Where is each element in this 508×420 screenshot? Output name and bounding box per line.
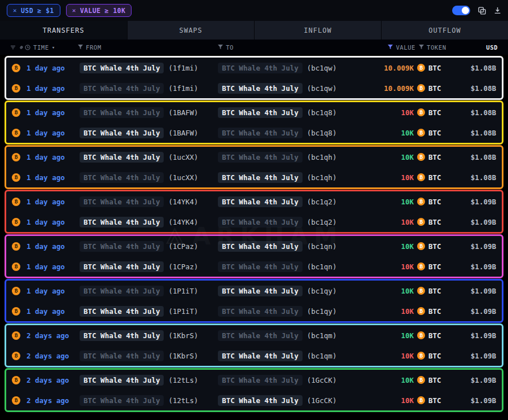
- transfer-row[interactable]: ₿1 day agoBTC Whale 4th July(1f1mi)BTC W…: [6, 58, 502, 78]
- header-from[interactable]: FROM: [78, 44, 214, 51]
- token-cell[interactable]: ₿BTC: [417, 352, 457, 360]
- funnel-icon[interactable]: [78, 45, 83, 50]
- transfer-row[interactable]: ₿1 day agoBTC Whale 4th July(1BAFW)BTC W…: [6, 123, 502, 143]
- token-cell[interactable]: ₿BTC: [417, 173, 457, 182]
- transfer-row[interactable]: ₿1 day agoBTC Whale 4th July(1P1iT)BTC W…: [6, 281, 502, 301]
- to-address[interactable]: (bc1qm): [307, 331, 337, 340]
- from-entity-badge[interactable]: BTC Whale 4th July: [80, 217, 164, 228]
- token-cell[interactable]: ₿BTC: [417, 84, 457, 93]
- from-entity-badge[interactable]: BTC Whale 4th July: [80, 351, 164, 361]
- to-entity-badge[interactable]: BTC Whale 4th July: [218, 107, 302, 118]
- token-cell[interactable]: ₿BTC: [417, 153, 457, 161]
- token-cell[interactable]: ₿BTC: [417, 331, 457, 340]
- from-address[interactable]: (1f1mi): [168, 64, 198, 72]
- transfer-row[interactable]: ₿1 day agoBTC Whale 4th July(1ucXX)BTC W…: [6, 147, 502, 167]
- toggle-switch[interactable]: [452, 6, 470, 15]
- transfer-row[interactable]: ₿2 days agoBTC Whale 4th July(1KbrS)BTC …: [6, 325, 502, 345]
- transfer-row[interactable]: ₿1 day agoBTC Whale 4th July(1BAFW)BTC W…: [6, 102, 502, 123]
- tab-inflow[interactable]: INFLOW: [254, 21, 381, 40]
- funnel-icon[interactable]: [419, 45, 424, 50]
- from-address[interactable]: (12tLs): [168, 376, 198, 384]
- token-cell[interactable]: ₿BTC: [417, 108, 457, 117]
- transfer-row[interactable]: ₿2 days agoBTC Whale 4th July(12tLs)BTC …: [6, 390, 502, 410]
- to-entity-badge[interactable]: BTC Whale 4th July: [218, 196, 302, 207]
- tab-transfers[interactable]: TRANSFERS: [0, 21, 127, 40]
- transfer-row[interactable]: ₿1 day agoBTC Whale 4th July(1f1mi)BTC W…: [6, 78, 502, 98]
- from-address[interactable]: (1BAFW): [168, 108, 198, 117]
- to-address[interactable]: (bc1qn): [307, 242, 337, 251]
- header-value[interactable]: VALUE: [371, 44, 415, 51]
- from-address[interactable]: (1KbrS): [168, 331, 198, 340]
- transfer-row[interactable]: ₿2 days agoBTC Whale 4th July(1KbrS)BTC …: [6, 345, 502, 366]
- from-entity-badge[interactable]: BTC Whale 4th July: [80, 63, 164, 73]
- to-entity-badge[interactable]: BTC Whale 4th July: [218, 261, 302, 272]
- from-entity-badge[interactable]: BTC Whale 4th July: [80, 395, 164, 406]
- token-cell[interactable]: ₿BTC: [417, 376, 457, 384]
- transfer-row[interactable]: ₿1 day agoBTC Whale 4th July(14YK4)BTC W…: [6, 191, 502, 212]
- to-address[interactable]: (bc1qh): [307, 173, 337, 182]
- filter-chip-value[interactable]: ✕ VALUE ≥ 10K: [66, 4, 132, 17]
- from-entity-badge[interactable]: BTC Whale 4th July: [80, 261, 164, 272]
- remove-filter-icon[interactable]: ✕: [72, 7, 76, 14]
- transfer-row[interactable]: ₿1 day agoBTC Whale 4th July(1CPaz)BTC W…: [6, 236, 502, 256]
- to-entity-badge[interactable]: BTC Whale 4th July: [218, 63, 302, 73]
- from-address[interactable]: (14YK4): [168, 198, 198, 206]
- token-cell[interactable]: ₿BTC: [417, 242, 457, 251]
- funnel-icon[interactable]: [218, 45, 223, 50]
- from-address[interactable]: (1ucXX): [168, 153, 198, 161]
- to-address[interactable]: (bc1qm): [307, 352, 337, 360]
- from-entity-badge[interactable]: BTC Whale 4th July: [80, 196, 164, 207]
- from-entity-badge[interactable]: BTC Whale 4th July: [80, 375, 164, 386]
- funnel-icon-active[interactable]: [388, 45, 393, 50]
- token-cell[interactable]: ₿BTC: [417, 262, 457, 271]
- to-entity-badge[interactable]: BTC Whale 4th July: [218, 152, 302, 163]
- to-address[interactable]: (bc1q8): [307, 129, 337, 137]
- token-cell[interactable]: ₿BTC: [417, 287, 457, 295]
- to-address[interactable]: (bc1q2): [307, 198, 337, 206]
- to-entity-badge[interactable]: BTC Whale 4th July: [218, 306, 302, 317]
- copy-icon[interactable]: [478, 7, 486, 15]
- to-entity-badge[interactable]: BTC Whale 4th July: [218, 128, 302, 138]
- to-entity-badge[interactable]: BTC Whale 4th July: [218, 172, 302, 183]
- from-entity-badge[interactable]: BTC Whale 4th July: [80, 172, 164, 183]
- to-address[interactable]: (bc1qw): [307, 84, 337, 93]
- from-address[interactable]: (12tLs): [168, 396, 198, 405]
- from-entity-badge[interactable]: BTC Whale 4th July: [80, 107, 164, 118]
- from-entity-badge[interactable]: BTC Whale 4th July: [80, 330, 164, 341]
- header-token[interactable]: TOKEN: [419, 44, 458, 51]
- filter-slider-icon[interactable]: [10, 45, 16, 50]
- header-time[interactable]: TIME ▾: [25, 44, 75, 51]
- transfer-row[interactable]: ₿1 day agoBTC Whale 4th July(14YK4)BTC W…: [6, 212, 502, 232]
- from-address[interactable]: (1f1mi): [168, 84, 198, 93]
- from-entity-badge[interactable]: BTC Whale 4th July: [80, 83, 164, 94]
- header-to[interactable]: TO: [218, 44, 368, 51]
- to-address[interactable]: (bc1q2): [307, 218, 337, 226]
- to-entity-badge[interactable]: BTC Whale 4th July: [218, 217, 302, 228]
- token-cell[interactable]: ₿BTC: [417, 307, 457, 316]
- from-address[interactable]: (1CPaz): [168, 242, 198, 251]
- to-address[interactable]: (bc1qn): [307, 262, 337, 271]
- from-address[interactable]: (1CPaz): [168, 262, 198, 271]
- from-address[interactable]: (1ucXX): [168, 173, 198, 182]
- to-address[interactable]: (bc1q8): [307, 108, 337, 117]
- token-cell[interactable]: ₿BTC: [417, 64, 457, 72]
- tab-swaps[interactable]: SWAPS: [127, 21, 254, 40]
- from-address[interactable]: (1P1iT): [168, 307, 198, 316]
- from-entity-badge[interactable]: BTC Whale 4th July: [80, 306, 164, 317]
- from-address[interactable]: (1BAFW): [168, 129, 198, 137]
- link-icon[interactable]: [19, 45, 24, 50]
- to-entity-badge[interactable]: BTC Whale 4th July: [218, 241, 302, 252]
- to-address[interactable]: (1GcCK): [307, 376, 337, 384]
- transfer-row[interactable]: ₿2 days agoBTC Whale 4th July(12tLs)BTC …: [6, 370, 502, 390]
- to-entity-badge[interactable]: BTC Whale 4th July: [218, 330, 302, 341]
- to-entity-badge[interactable]: BTC Whale 4th July: [218, 83, 302, 94]
- from-entity-badge[interactable]: BTC Whale 4th July: [80, 286, 164, 296]
- transfer-row[interactable]: ₿1 day agoBTC Whale 4th July(1ucXX)BTC W…: [6, 167, 502, 187]
- token-cell[interactable]: ₿BTC: [417, 218, 457, 226]
- from-entity-badge[interactable]: BTC Whale 4th July: [80, 241, 164, 252]
- to-entity-badge[interactable]: BTC Whale 4th July: [218, 375, 302, 386]
- download-icon[interactable]: [494, 7, 501, 14]
- tab-outflow[interactable]: OUTFLOW: [381, 21, 508, 40]
- to-address[interactable]: (bc1qy): [307, 287, 337, 295]
- filter-chip-usd[interactable]: ✕ USD ≥ $1: [7, 4, 60, 17]
